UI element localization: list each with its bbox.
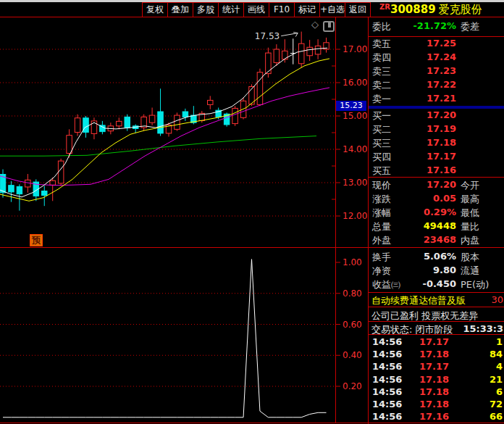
info-row-外盘: 外盘23468内盘 xyxy=(369,234,504,247)
tick-volume: 72 xyxy=(490,399,503,410)
info-label: 涨跌 xyxy=(372,193,391,206)
tick-price: 17.18 xyxy=(419,386,449,397)
chart-right-border xyxy=(335,17,336,423)
tick-volume: 1 xyxy=(496,336,503,347)
svg-text:0.60: 0.60 xyxy=(343,320,362,330)
trading-status-row: 交易状态: 闭市阶段 15:33:3 xyxy=(369,323,504,334)
buy-row[interactable]: 买三17.18 xyxy=(369,137,504,151)
stock-code: 300889 xyxy=(390,3,436,16)
buy-price: 17.20 xyxy=(427,109,456,120)
tick-price: 17.18 xyxy=(419,349,449,359)
buy-label: 买五 xyxy=(372,165,391,178)
tick-row: 14:5617.1666 xyxy=(369,411,504,423)
svg-text:0.20: 0.20 xyxy=(343,381,362,391)
signal-indicator-chart[interactable]: 1.000.800.600.400.20 xyxy=(0,247,367,423)
info-label: 总量 xyxy=(372,220,391,233)
info-value: 0.05 xyxy=(433,193,456,204)
info-label2: PE(动) xyxy=(461,278,489,291)
info-row-涨跌: 涨跌0.05最高 xyxy=(369,193,504,206)
divider xyxy=(369,307,504,307)
tick-time: 14:56 xyxy=(372,336,402,347)
info-label: 外盘 xyxy=(372,234,391,247)
diamond-icon[interactable]: ◇ xyxy=(311,20,319,30)
buy-price: 17.16 xyxy=(427,165,456,175)
tick-time: 14:56 xyxy=(372,399,402,410)
tick-row: 14:5617.1821 xyxy=(369,374,504,386)
svg-text:0.40: 0.40 xyxy=(343,350,362,360)
toolbar-button-复权[interactable]: 复权 xyxy=(143,3,168,17)
divider xyxy=(369,177,504,178)
toolbar-divider xyxy=(0,17,504,17)
tick-volume: 6 xyxy=(496,386,503,397)
info-row-涨幅: 涨幅0.29%最低 xyxy=(369,207,504,220)
sell-row[interactable]: 卖四17.24 xyxy=(369,51,504,65)
tick-time: 14:56 xyxy=(372,386,402,397)
tick-volume: 84 xyxy=(490,349,503,359)
buy-row[interactable]: 买二17.19 xyxy=(369,123,504,137)
buy-row[interactable]: 买一17.20 xyxy=(369,109,504,123)
tick-row: 14:5617.1872 xyxy=(369,399,504,411)
company-status-text: 公司已盈利 投票权无差异 xyxy=(371,309,478,320)
info-label2: 内盘 xyxy=(461,234,479,247)
info-value: 5.06% xyxy=(424,251,456,262)
svg-text:16.00: 16.00 xyxy=(343,78,367,88)
info-row-收益㈢: 收益㈢-0.450PE(动) xyxy=(369,278,504,291)
info-row-总量: 总量49448量比 xyxy=(369,220,504,233)
buy-row[interactable]: 买四17.17 xyxy=(369,151,504,165)
axis-price-badge: 15.23 xyxy=(336,101,366,111)
sell-row[interactable]: 卖一17.21 xyxy=(369,93,504,107)
candlestick-chart[interactable]: 17.0016.0015.0014.0013.0012.0017.53 xyxy=(0,17,367,247)
stock-identity: ZR300889爱克股份 xyxy=(379,2,482,17)
toolbar-button-统计[interactable]: 统计 xyxy=(219,3,244,17)
tick-row: 14:5617.186 xyxy=(369,386,504,399)
notice-text: 自动续费通达信普及版 xyxy=(371,294,466,307)
sell-label: 卖二 xyxy=(372,79,391,92)
info-value: 49448 xyxy=(424,220,456,231)
notice-row[interactable]: 自动续费通达信普及版 30 xyxy=(369,294,504,307)
sell-price: 17.23 xyxy=(427,65,456,76)
toolbar-button-多股[interactable]: 多股 xyxy=(193,3,219,17)
sell-price: 17.24 xyxy=(427,51,456,62)
tick-volume: 4 xyxy=(496,361,503,372)
svg-text:0.80: 0.80 xyxy=(343,288,362,299)
info-value: 23468 xyxy=(424,234,456,245)
divider xyxy=(369,321,504,322)
sell-row[interactable]: 卖二17.22 xyxy=(369,79,504,93)
toolbar-button-叠加[interactable]: 叠加 xyxy=(168,3,193,17)
weibi-value: -21.72% xyxy=(413,20,456,31)
buy-label: 买三 xyxy=(372,137,391,150)
sell-price: 17.22 xyxy=(427,79,456,90)
info-label: 收益㈢ xyxy=(372,278,400,291)
svg-text:15.00: 15.00 xyxy=(343,111,367,121)
weibi-label: 委比 xyxy=(372,20,391,33)
info-label: 换手 xyxy=(372,251,391,264)
sell-row[interactable]: 卖三17.23 xyxy=(369,65,504,79)
info-label2: 量比 xyxy=(461,220,479,233)
tick-price: 17.18 xyxy=(419,399,449,410)
toolbar-button-+自选[interactable]: +自选 xyxy=(320,3,345,17)
toolbar-button-返回[interactable]: 返回 xyxy=(345,3,370,17)
sell-label: 卖四 xyxy=(372,51,391,65)
toolbar-button-标记[interactable]: 标记 xyxy=(295,3,320,17)
toolbar: 复权叠加多股统计画线F10标记+自选返回 ZR300889爱克股份 xyxy=(0,2,504,17)
tick-price: 17.17 xyxy=(419,336,449,347)
svg-text:17.53: 17.53 xyxy=(255,31,280,41)
window-icon[interactable] xyxy=(323,21,335,32)
weibi-row: 委比 -21.72% 委差 xyxy=(369,20,504,35)
sell-row[interactable]: 卖五17.25 xyxy=(369,38,504,51)
toolbar-button-F10[interactable]: F10 xyxy=(269,3,295,17)
mid-price-strip xyxy=(369,106,504,109)
tick-price: 17.16 xyxy=(419,411,449,422)
toolbar-button-画线[interactable]: 画线 xyxy=(244,3,269,17)
tick-price: 17.17 xyxy=(419,361,449,372)
tick-volume: 66 xyxy=(490,411,503,422)
trading-status-time: 15:33:3 xyxy=(463,323,503,334)
info-row-净资: 净资9.80流通 xyxy=(369,265,504,278)
svg-text:14.00: 14.00 xyxy=(343,144,367,154)
info-label2: 股本 xyxy=(461,251,479,264)
sell-label: 卖一 xyxy=(372,93,391,106)
sell-price: 17.25 xyxy=(427,38,456,49)
trading-status-text: 交易状态: 闭市阶段 xyxy=(371,323,453,334)
info-label: 净资 xyxy=(372,265,391,278)
info-value: -0.450 xyxy=(422,278,456,289)
